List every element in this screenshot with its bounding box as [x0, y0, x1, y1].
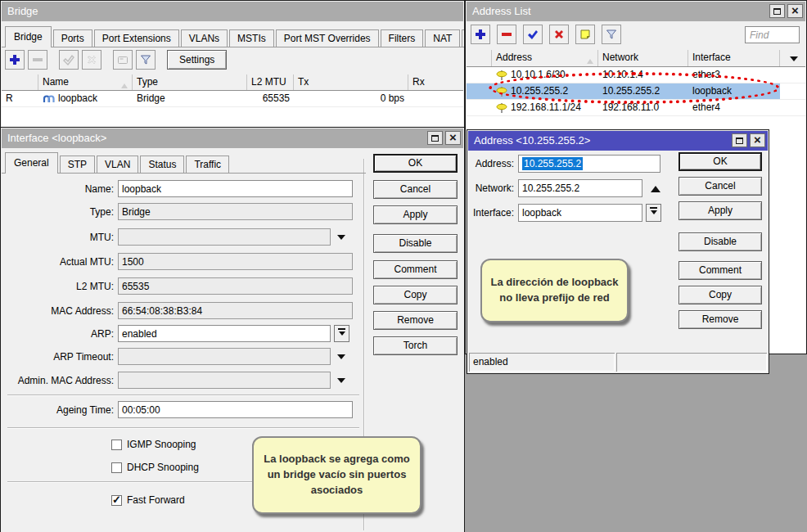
close-button[interactable]: [787, 4, 803, 18]
collapse-up-icon[interactable]: [651, 181, 660, 192]
expand-down-icon[interactable]: [337, 235, 345, 244]
disable-button[interactable]: Disable: [679, 232, 762, 251]
expand-down-icon[interactable]: [337, 354, 345, 363]
row-tx: 0 bps: [294, 91, 408, 106]
comment-button[interactable]: Comment: [679, 261, 762, 280]
tabbar-baseline: [2, 47, 464, 47]
tab-status[interactable]: Status: [140, 156, 184, 174]
address-row-loopback-selected[interactable]: 10.255.255.2 10.255.255.2 loopback: [467, 83, 805, 100]
interface-dropdown-button[interactable]: [646, 204, 661, 222]
admin-mac-input[interactable]: [118, 372, 331, 389]
row-flags: [467, 67, 492, 83]
name-input[interactable]: loopback: [118, 180, 353, 197]
disable-button[interactable]: Disable: [373, 234, 458, 253]
comment-button[interactable]: Comment: [373, 260, 458, 279]
row-extra: [780, 67, 805, 83]
column-header-flags[interactable]: [467, 50, 492, 66]
expand-down-icon[interactable]: [337, 378, 345, 387]
remove-button[interactable]: Remove: [679, 310, 762, 329]
bridge-titlebar[interactable]: Bridge: [2, 2, 463, 21]
column-header-l2mtu[interactable]: L2 MTU: [247, 74, 294, 90]
apply-button[interactable]: Apply: [373, 205, 458, 224]
chevron-down-icon: [790, 56, 798, 65]
tab-ports[interactable]: Ports: [53, 29, 92, 47]
mtu-input[interactable]: [118, 228, 331, 246]
copy-button[interactable]: Copy: [373, 286, 458, 304]
tab-filters[interactable]: Filters: [381, 29, 424, 47]
cancel-button[interactable]: Cancel: [679, 177, 762, 196]
column-header-type[interactable]: Type: [133, 74, 247, 90]
settings-button[interactable]: Settings: [167, 50, 227, 70]
copy-button[interactable]: Copy: [679, 286, 762, 304]
torch-button[interactable]: Torch: [373, 336, 458, 355]
add-button[interactable]: [5, 50, 25, 70]
cancel-button[interactable]: Cancel: [373, 180, 458, 199]
dhcp-snooping-checkbox[interactable]: [111, 462, 122, 473]
interface-titlebar[interactable]: Interface <loopback>: [2, 128, 463, 148]
disable-button-disabled: [82, 50, 101, 70]
tab-general[interactable]: General: [5, 152, 58, 174]
maximize-button[interactable]: [732, 133, 747, 147]
column-header-tx[interactable]: Tx: [294, 74, 408, 90]
close-button[interactable]: [750, 133, 765, 147]
column-header-address[interactable]: Address: [492, 50, 598, 66]
remove-address-button[interactable]: [497, 25, 516, 44]
tab-nat[interactable]: NAT: [425, 29, 460, 47]
name-label: Name:: [1, 183, 118, 195]
filter-button[interactable]: [136, 50, 156, 70]
network-input[interactable]: 10.255.255.2: [518, 179, 642, 197]
column-select-button[interactable]: [784, 52, 804, 65]
tab-vlan[interactable]: VLAN: [97, 156, 138, 174]
address-dialog-titlebar[interactable]: Address <10.255.255.2>: [468, 131, 768, 151]
igmp-snooping-row: IGMP Snooping: [111, 438, 196, 451]
address-row-ether3[interactable]: 10.10.1.6/30 10.10.1.4 ether3: [467, 67, 805, 83]
column-header-flags[interactable]: [2, 74, 38, 90]
disable-address-button[interactable]: [549, 25, 569, 44]
arp-timeout-input[interactable]: [118, 348, 331, 365]
apply-button[interactable]: Apply: [679, 201, 762, 220]
add-address-button[interactable]: [471, 25, 490, 44]
tab-mstis[interactable]: MSTIs: [229, 29, 274, 47]
ok-button[interactable]: OK: [679, 152, 762, 171]
ageing-time-input[interactable]: 00:05:00: [118, 401, 353, 418]
address-input[interactable]: 10.255.255.2: [518, 155, 660, 173]
network-label: Network:: [467, 183, 518, 194]
maximize-button[interactable]: [769, 4, 785, 18]
ok-button[interactable]: OK: [373, 154, 458, 173]
column-header-interface[interactable]: Interface: [688, 50, 780, 66]
tab-port-mst-overrides[interactable]: Port MST Overrides: [276, 29, 379, 47]
mac-address-field-row: MAC Address: 66:54:08:38:B3:84: [1, 302, 353, 319]
comment-card-icon: [116, 53, 129, 66]
arp-select[interactable]: enabled: [118, 325, 331, 342]
column-header-rx[interactable]: Rx: [408, 74, 463, 90]
remove-button[interactable]: Remove: [373, 311, 458, 330]
close-button[interactable]: [445, 131, 461, 145]
column-header-name[interactable]: Name: [38, 74, 133, 90]
interface-select[interactable]: loopback: [518, 204, 642, 222]
row-rx: [408, 91, 463, 106]
find-input[interactable]: [745, 26, 800, 43]
address-list-titlebar[interactable]: Address List: [467, 2, 805, 21]
sort-ascending-icon: [121, 80, 128, 88]
close-icon: [791, 2, 799, 21]
maximize-button[interactable]: [427, 131, 443, 145]
ageing-time-label: Ageing Time:: [1, 404, 118, 416]
igmp-snooping-checkbox[interactable]: [111, 440, 122, 450]
address-table-header: Address Network Interface: [467, 50, 805, 67]
tab-stp[interactable]: STP: [60, 156, 95, 174]
column-header-network[interactable]: Network: [598, 50, 688, 66]
enable-address-button[interactable]: [523, 25, 543, 44]
filter-button[interactable]: [602, 25, 621, 44]
comment-address-button[interactable]: [575, 25, 595, 44]
arp-timeout-field-row: ARP Timeout:: [1, 348, 345, 365]
address-row-ether4[interactable]: 192.168.11.1/24 192.168.11.0 ether4: [467, 100, 805, 116]
tab-vlans[interactable]: VLANs: [181, 29, 228, 47]
tab-traffic[interactable]: Traffic: [186, 156, 229, 174]
tab-port-extensions[interactable]: Port Extensions: [94, 29, 179, 47]
bridge-row-loopback[interactable]: R loopback Bridge 65535 0 bps: [2, 91, 463, 107]
fast-forward-checkbox[interactable]: [111, 495, 122, 506]
row-l2mtu: 65535: [247, 91, 294, 106]
tab-bridge[interactable]: Bridge: [5, 26, 52, 47]
arp-dropdown-button[interactable]: [334, 325, 349, 342]
interface-field-row: Interface: loopback: [467, 204, 661, 221]
